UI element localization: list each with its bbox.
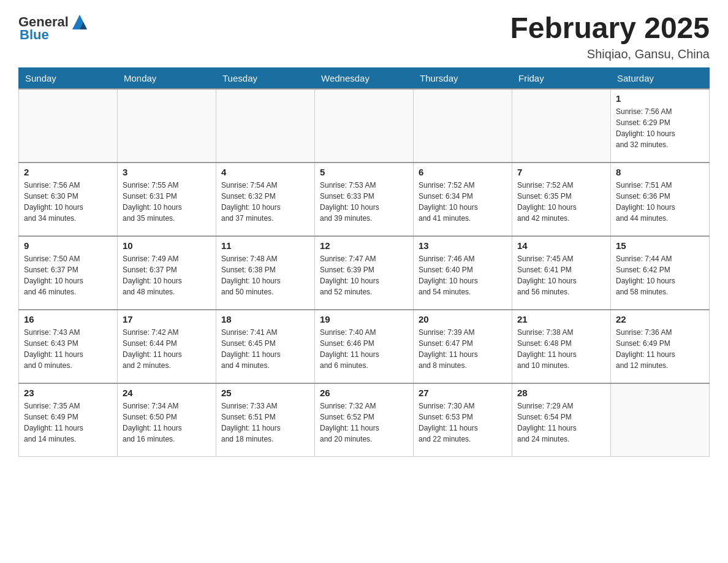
logo-icon [70, 12, 89, 32]
day-info: Sunrise: 7:48 AM Sunset: 6:38 PM Dayligh… [221, 253, 309, 297]
day-number: 7 [517, 167, 605, 177]
day-info: Sunrise: 7:51 AM Sunset: 6:36 PM Dayligh… [616, 180, 704, 224]
day-info: Sunrise: 7:38 AM Sunset: 6:48 PM Dayligh… [517, 327, 605, 371]
calendar-cell [611, 383, 710, 457]
day-info: Sunrise: 7:44 AM Sunset: 6:42 PM Dayligh… [616, 253, 704, 297]
day-info: Sunrise: 7:39 AM Sunset: 6:47 PM Dayligh… [419, 327, 507, 371]
day-info: Sunrise: 7:32 AM Sunset: 6:52 PM Dayligh… [320, 400, 408, 445]
day-info: Sunrise: 7:35 AM Sunset: 6:49 PM Dayligh… [24, 400, 112, 445]
page-header: General Blue February 2025 Shiqiao, Gans… [18, 12, 710, 61]
col-header-wednesday: Wednesday [315, 67, 414, 89]
calendar-cell: 3Sunrise: 7:55 AM Sunset: 6:31 PM Daylig… [118, 163, 216, 236]
calendar-cell: 12Sunrise: 7:47 AM Sunset: 6:39 PM Dayli… [315, 236, 414, 310]
calendar-cell: 1Sunrise: 7:56 AM Sunset: 6:29 PM Daylig… [611, 89, 710, 163]
calendar-cell: 19Sunrise: 7:40 AM Sunset: 6:46 PM Dayli… [315, 310, 414, 383]
day-info: Sunrise: 7:47 AM Sunset: 6:39 PM Dayligh… [320, 253, 408, 297]
day-number: 14 [517, 240, 605, 251]
day-number: 16 [24, 314, 112, 324]
calendar-cell [414, 89, 512, 163]
day-number: 13 [419, 240, 507, 251]
day-number: 21 [517, 314, 605, 324]
title-block: February 2025 Shiqiao, Gansu, China [510, 12, 710, 61]
day-number: 5 [320, 167, 408, 177]
calendar-cell: 4Sunrise: 7:54 AM Sunset: 6:32 PM Daylig… [216, 163, 315, 236]
calendar-cell: 16Sunrise: 7:43 AM Sunset: 6:43 PM Dayli… [19, 310, 118, 383]
calendar-cell: 6Sunrise: 7:52 AM Sunset: 6:34 PM Daylig… [414, 163, 512, 236]
day-info: Sunrise: 7:29 AM Sunset: 6:54 PM Dayligh… [517, 400, 605, 445]
location-text: Shiqiao, Gansu, China [510, 47, 710, 61]
logo-blue-text: Blue [20, 27, 49, 43]
calendar-cell: 21Sunrise: 7:38 AM Sunset: 6:48 PM Dayli… [512, 310, 611, 383]
calendar-cell [216, 89, 315, 163]
day-number: 22 [616, 314, 704, 324]
day-info: Sunrise: 7:46 AM Sunset: 6:40 PM Dayligh… [419, 253, 507, 297]
calendar-cell: 11Sunrise: 7:48 AM Sunset: 6:38 PM Dayli… [216, 236, 315, 310]
day-number: 8 [616, 167, 704, 177]
day-number: 15 [616, 240, 704, 251]
day-number: 27 [419, 388, 507, 398]
day-number: 24 [123, 388, 211, 398]
calendar-cell: 22Sunrise: 7:36 AM Sunset: 6:49 PM Dayli… [611, 310, 710, 383]
col-header-saturday: Saturday [611, 67, 710, 89]
calendar-cell: 20Sunrise: 7:39 AM Sunset: 6:47 PM Dayli… [414, 310, 512, 383]
day-info: Sunrise: 7:52 AM Sunset: 6:34 PM Dayligh… [419, 180, 507, 224]
calendar-cell [315, 89, 414, 163]
day-info: Sunrise: 7:45 AM Sunset: 6:41 PM Dayligh… [517, 253, 605, 297]
calendar-cell: 25Sunrise: 7:33 AM Sunset: 6:51 PM Dayli… [216, 383, 315, 457]
calendar-cell: 23Sunrise: 7:35 AM Sunset: 6:49 PM Dayli… [19, 383, 118, 457]
day-info: Sunrise: 7:50 AM Sunset: 6:37 PM Dayligh… [24, 253, 112, 297]
day-info: Sunrise: 7:40 AM Sunset: 6:46 PM Dayligh… [320, 327, 408, 371]
day-info: Sunrise: 7:43 AM Sunset: 6:43 PM Dayligh… [24, 327, 112, 371]
day-number: 2 [24, 167, 112, 177]
day-number: 28 [517, 388, 605, 398]
calendar-cell: 13Sunrise: 7:46 AM Sunset: 6:40 PM Dayli… [414, 236, 512, 310]
day-number: 26 [320, 388, 408, 398]
day-info: Sunrise: 7:41 AM Sunset: 6:45 PM Dayligh… [221, 327, 309, 371]
calendar-cell: 9Sunrise: 7:50 AM Sunset: 6:37 PM Daylig… [19, 236, 118, 310]
day-info: Sunrise: 7:52 AM Sunset: 6:35 PM Dayligh… [517, 180, 605, 224]
calendar-cell: 24Sunrise: 7:34 AM Sunset: 6:50 PM Dayli… [118, 383, 216, 457]
col-header-sunday: Sunday [19, 67, 118, 89]
calendar-cell: 17Sunrise: 7:42 AM Sunset: 6:44 PM Dayli… [118, 310, 216, 383]
logo: General Blue [18, 12, 89, 43]
calendar-cell: 10Sunrise: 7:49 AM Sunset: 6:37 PM Dayli… [118, 236, 216, 310]
col-header-friday: Friday [512, 67, 611, 89]
calendar-cell: 7Sunrise: 7:52 AM Sunset: 6:35 PM Daylig… [512, 163, 611, 236]
day-number: 25 [221, 388, 309, 398]
week-row-3: 9Sunrise: 7:50 AM Sunset: 6:37 PM Daylig… [19, 236, 710, 310]
day-number: 17 [123, 314, 211, 324]
calendar-cell: 14Sunrise: 7:45 AM Sunset: 6:41 PM Dayli… [512, 236, 611, 310]
day-info: Sunrise: 7:56 AM Sunset: 6:30 PM Dayligh… [24, 180, 112, 224]
calendar-cell [512, 89, 611, 163]
calendar-cell: 15Sunrise: 7:44 AM Sunset: 6:42 PM Dayli… [611, 236, 710, 310]
calendar-cell: 26Sunrise: 7:32 AM Sunset: 6:52 PM Dayli… [315, 383, 414, 457]
day-number: 19 [320, 314, 408, 324]
week-row-1: 1Sunrise: 7:56 AM Sunset: 6:29 PM Daylig… [19, 89, 710, 163]
day-number: 20 [419, 314, 507, 324]
day-info: Sunrise: 7:49 AM Sunset: 6:37 PM Dayligh… [123, 253, 211, 297]
col-header-monday: Monday [118, 67, 216, 89]
calendar-header-row: SundayMondayTuesdayWednesdayThursdayFrid… [19, 67, 710, 89]
day-number: 4 [221, 167, 309, 177]
day-number: 11 [221, 240, 309, 251]
day-number: 23 [24, 388, 112, 398]
calendar-cell: 18Sunrise: 7:41 AM Sunset: 6:45 PM Dayli… [216, 310, 315, 383]
calendar-cell: 28Sunrise: 7:29 AM Sunset: 6:54 PM Dayli… [512, 383, 611, 457]
day-info: Sunrise: 7:53 AM Sunset: 6:33 PM Dayligh… [320, 180, 408, 224]
day-info: Sunrise: 7:55 AM Sunset: 6:31 PM Dayligh… [123, 180, 211, 224]
calendar-cell: 8Sunrise: 7:51 AM Sunset: 6:36 PM Daylig… [611, 163, 710, 236]
calendar-cell: 27Sunrise: 7:30 AM Sunset: 6:53 PM Dayli… [414, 383, 512, 457]
day-info: Sunrise: 7:42 AM Sunset: 6:44 PM Dayligh… [123, 327, 211, 371]
day-number: 12 [320, 240, 408, 251]
day-number: 10 [123, 240, 211, 251]
week-row-2: 2Sunrise: 7:56 AM Sunset: 6:30 PM Daylig… [19, 163, 710, 236]
week-row-4: 16Sunrise: 7:43 AM Sunset: 6:43 PM Dayli… [19, 310, 710, 383]
calendar-cell [118, 89, 216, 163]
day-number: 3 [123, 167, 211, 177]
month-title: February 2025 [510, 12, 710, 45]
day-info: Sunrise: 7:34 AM Sunset: 6:50 PM Dayligh… [123, 400, 211, 445]
day-number: 18 [221, 314, 309, 324]
day-info: Sunrise: 7:56 AM Sunset: 6:29 PM Dayligh… [616, 106, 704, 150]
day-number: 9 [24, 240, 112, 251]
calendar-cell [19, 89, 118, 163]
